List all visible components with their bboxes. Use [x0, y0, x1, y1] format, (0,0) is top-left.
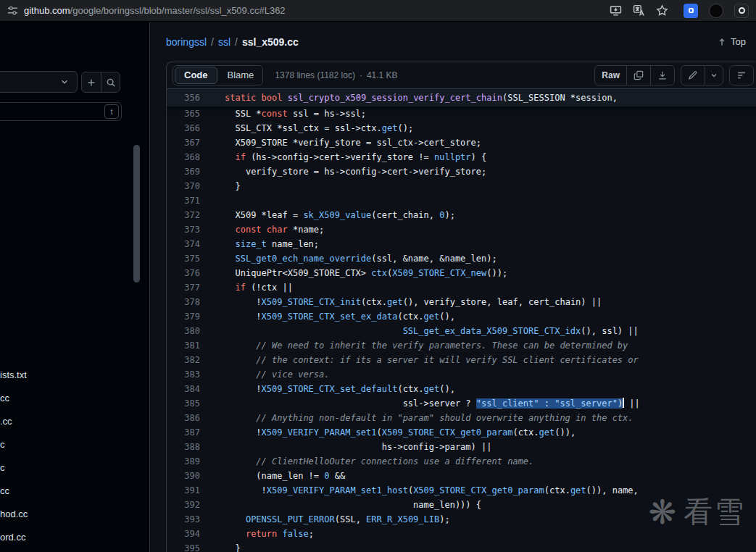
line-number[interactable]: 376 [167, 266, 200, 280]
line-number[interactable]: 388 [167, 440, 200, 454]
code-token: : [539, 398, 555, 409]
line-number[interactable]: 395 [167, 541, 200, 552]
download-raw-button[interactable] [650, 66, 674, 85]
goto-file-input[interactable]: t [0, 102, 122, 121]
line-number[interactable]: 366 [167, 121, 200, 135]
file-tree-item[interactable]: cc [0, 387, 138, 410]
translate-icon[interactable] [633, 4, 645, 17]
breadcrumb-file-name: ssl_x509.cc [242, 36, 299, 48]
profile-avatar[interactable] [709, 4, 723, 18]
code-text: const char *name; [200, 222, 324, 237]
code-token: const [235, 225, 261, 235]
apps-glyph [739, 7, 745, 14]
search-button[interactable] [101, 72, 120, 92]
line-number[interactable]: 379 [167, 309, 200, 324]
line-number[interactable]: 373 [167, 222, 200, 237]
back-to-top-link[interactable]: Top [717, 36, 746, 47]
code-line: 366 SSL_CTX *ssl_ctx = ssl->ctx.get(); [167, 121, 756, 135]
line-number[interactable]: 391 [167, 483, 200, 498]
code-token: X509_STORE_CTX_new [392, 268, 486, 278]
breadcrumb-repo-link[interactable]: boringssl [166, 36, 207, 48]
breadcrumb-dir-link[interactable]: ssl [218, 36, 230, 48]
line-number[interactable]: 390 [167, 469, 200, 483]
line-number[interactable]: 374 [167, 237, 200, 251]
extension-icon[interactable] [684, 4, 698, 18]
line-number[interactable]: 367 [167, 135, 200, 150]
tab-blame[interactable]: Blame [219, 66, 263, 85]
code-token: (), [439, 311, 455, 322]
line-number[interactable]: 386 [167, 411, 200, 425]
file-tree-sidebar: t ists.txtcc.cccccchod.ccord.cc [0, 22, 150, 552]
code-line: 392 name_len))) { [167, 498, 756, 512]
line-number[interactable]: 385 [167, 396, 200, 411]
line-number[interactable]: 392 [167, 498, 200, 512]
edit-button[interactable] [681, 66, 705, 85]
line-number[interactable]: 387 [167, 425, 200, 440]
tab-code[interactable]: Code [175, 67, 217, 84]
code-token: return [246, 529, 277, 539]
sidebar-scrollbar[interactable] [133, 145, 140, 283]
line-number[interactable]: 380 [167, 324, 200, 338]
code-token: if [235, 283, 245, 293]
bookmark-star-icon[interactable] [656, 4, 668, 17]
line-number[interactable]: 383 [167, 367, 200, 382]
line-number[interactable]: 378 [167, 295, 200, 309]
code-text: SSL_get_ex_data_X509_STORE_CTX_idx(), ss… [200, 324, 639, 338]
line-number[interactable]: 382 [167, 353, 200, 367]
edit-dropdown-button[interactable] [705, 66, 723, 85]
file-toolbar: Code Blame 1378 lines (1182 loc) · 41.1 … [167, 62, 756, 89]
line-number[interactable]: 377 [167, 280, 200, 295]
file-tree-item[interactable]: ord.cc [0, 526, 138, 549]
code-line: 384 !X509_STORE_CTX_set_default(ctx.get(… [167, 382, 756, 396]
add-file-button[interactable] [82, 72, 101, 92]
file-actions: Raw [594, 65, 754, 85]
pencil-icon [688, 70, 698, 80]
line-number[interactable]: 393 [167, 512, 200, 527]
code-line: 386 // Anything non-default in "param" s… [167, 411, 756, 425]
line-number[interactable]: 368 [167, 150, 200, 164]
code-text: X509 *leaf = sk_X509_value(cert_chain, 0… [200, 208, 455, 222]
file-tree-item[interactable]: ists.txt [0, 364, 138, 387]
code-text: if (hs->config->cert->verify_store != nu… [200, 150, 486, 164]
chevron-down-icon [710, 71, 718, 80]
line-number[interactable]: 356 [167, 89, 200, 106]
line-number[interactable]: 384 [167, 382, 200, 396]
copy-raw-button[interactable] [626, 66, 650, 85]
url-text[interactable]: github.com/google/boringssl/blob/master/… [24, 5, 286, 16]
code-line: 365 SSL *const ssl = hs->ssl; [167, 106, 756, 121]
line-number[interactable]: 375 [167, 251, 200, 266]
line-number[interactable]: 369 [167, 164, 200, 179]
code-token: X509 *leaf = [235, 210, 303, 220]
code-token: get [539, 427, 555, 438]
symbols-button[interactable] [730, 66, 753, 85]
info-dot: · [360, 70, 362, 80]
code-token: (!ctx || [246, 283, 293, 293]
code-token: // the context: if its a server it will … [256, 355, 638, 365]
code-token: ! [256, 427, 261, 438]
line-number[interactable]: 370 [167, 179, 200, 193]
code-text: X509_STORE *verify_store = ssl_ctx->cert… [200, 135, 481, 150]
code-token: (name_len != [256, 471, 324, 481]
tune-icon[interactable] [7, 5, 18, 16]
raw-button[interactable]: Raw [595, 66, 626, 85]
line-number[interactable]: 381 [167, 338, 200, 353]
top-label: Top [731, 36, 746, 47]
apps-icon[interactable] [734, 4, 749, 18]
file-tree-item[interactable]: cc [0, 480, 138, 503]
line-number[interactable]: 372 [167, 208, 200, 222]
file-tree-item[interactable]: c [0, 456, 138, 480]
line-number[interactable]: 394 [167, 527, 200, 541]
file-list: ists.txtcc.cccccchod.ccord.cc [0, 364, 138, 549]
save-page-icon[interactable] [610, 4, 622, 17]
line-number[interactable]: 365 [167, 106, 200, 121]
code-token: ! [256, 297, 261, 307]
branch-selector[interactable] [0, 71, 78, 93]
code-token: X509_VERIFY_PARAM_set1 [262, 427, 377, 438]
code-line: 373 const char *name; [167, 222, 756, 237]
file-tree-item[interactable]: hod.cc [0, 503, 138, 526]
file-tree-item[interactable]: .cc [0, 410, 138, 433]
file-tree-item[interactable]: c [0, 433, 138, 456]
line-number[interactable]: 389 [167, 454, 200, 469]
line-number[interactable]: 371 [167, 193, 200, 208]
code-token: ; [309, 529, 314, 539]
